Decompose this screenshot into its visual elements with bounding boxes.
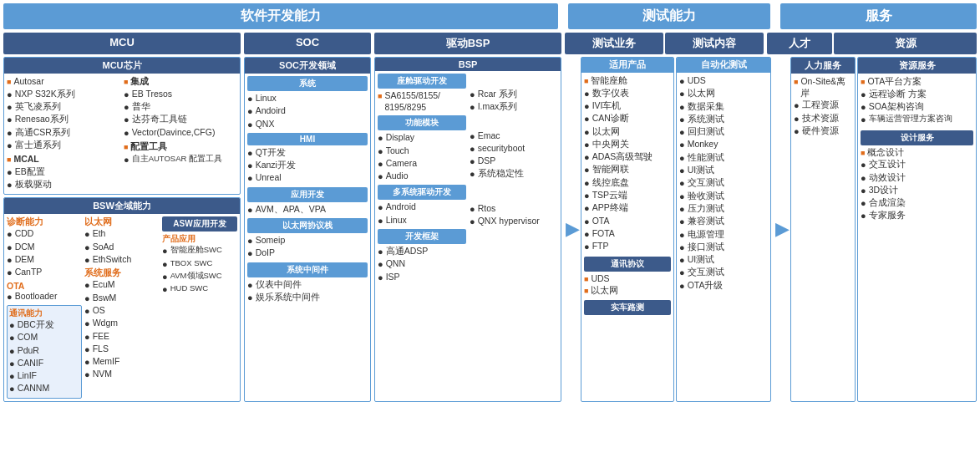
comm-header: 通讯能力 <box>9 308 79 319</box>
list-item: ●LinIF <box>9 370 79 382</box>
list-item: ●娱乐系统中间件 <box>247 292 368 303</box>
mcu-chip-header: MCU芯片 <box>4 58 240 74</box>
list-item: ●数据采集 <box>679 101 768 113</box>
list-item: ●DoIP <box>247 247 368 259</box>
list-item: ●MemIF <box>84 356 160 368</box>
comm-panel: 通讯能力 ●DBC开发 ●COM ●PduR ●CANIF ●LinIF ●CA… <box>7 305 82 399</box>
bsp-panel: BSP 座舱驱动开发 ■SA6155/8155/8195/8295 功能模块 ●… <box>374 57 561 402</box>
test-title: 测试能力 <box>568 3 770 29</box>
design-service-header: 设计服务 <box>861 130 973 145</box>
list-item: ●OTA <box>584 216 671 227</box>
list-item: ●COM <box>9 332 79 343</box>
bsw-content: 诊断能力 ●CDD ●DCM ●DEM ●CanTP OTA ●Bootload… <box>7 216 237 398</box>
list-item: ●Rtos <box>470 203 558 215</box>
list-item: ■On-Site&离岸 <box>794 76 852 99</box>
list-item: ●仪表中间件 <box>247 279 368 291</box>
config-group: ■配置工具 ●自主AUTOSAR 配置工具 <box>124 141 237 165</box>
list-item: ■配置工具 <box>124 141 237 153</box>
product-app-header: 产品应用 <box>162 233 237 245</box>
list-item: ●I.max系列 <box>470 101 558 113</box>
list-item: ●PduR <box>9 345 79 357</box>
list-item: ●Andoird <box>247 105 368 117</box>
test-content-subheader: 测试内容 <box>665 33 764 54</box>
mcu-chip-content: ■Autosar ●NXP S32K系列 ●英飞凌系列 ●Renesao系列 ●… <box>7 76 237 191</box>
list-item: ●AVM领域SWC <box>162 271 237 282</box>
list-item: ●Bootloader <box>7 291 82 303</box>
list-item: ■以太网 <box>584 285 671 297</box>
list-item: ●线控底盘 <box>584 177 671 189</box>
bsp-right-col: ●Rcar 系列 ●I.max系列 ●Emac ●securityboot ●D… <box>470 74 558 284</box>
list-item: ■UDS <box>584 273 671 285</box>
mcu-chip-list: ■Autosar ●NXP S32K系列 ●英飞凌系列 ●Renesao系列 ●… <box>7 76 120 191</box>
list-item: ●Display <box>378 132 466 144</box>
test-biz-subheader: 测试业务 <box>565 33 663 54</box>
list-item: ●NVM <box>84 369 160 380</box>
list-item: ●高通CSR系列 <box>7 127 120 139</box>
bsp-content: 座舱驱动开发 ■SA6155/8155/8195/8295 功能模块 ●Disp… <box>378 74 558 284</box>
list-item: ●EthSwitch <box>84 254 160 266</box>
list-item: ■概念设计 <box>861 147 973 159</box>
list-item: ●动效设计 <box>861 172 973 184</box>
list-item: ●HUD SWC <box>162 283 237 295</box>
service-title: 服务 <box>780 3 977 29</box>
soc-panel-header: SOC开发领域 <box>245 58 370 74</box>
eth-header: 以太网 <box>84 216 160 228</box>
list-item: ●UDS <box>679 75 768 87</box>
list-item: ●UI测试 <box>679 254 768 266</box>
talent-panel: 人力服务 ■On-Site&离岸 ●工程资源 ●技术资源 ●硬件资源 <box>790 57 856 402</box>
list-item: ●BswM <box>84 293 160 304</box>
list-item: ●远程诊断 方案 <box>861 89 973 100</box>
list-item: ●兼容测试 <box>679 216 768 227</box>
list-item: ●Linux <box>378 215 466 226</box>
list-item: ●EB Tresos <box>124 89 237 100</box>
test-content-panel-header: 自动化测试 <box>677 58 770 73</box>
list-item: ●SOA架构咨询 <box>861 101 973 113</box>
soc-middleware-header: 系统中间件 <box>247 262 368 277</box>
list-item: ●智能网联 <box>584 164 671 176</box>
real-car-header: 实车路测 <box>584 300 671 315</box>
test-biz-panel: 适用产品 ■智能座舱 ●数字仪表 ●IVI车机 ●CAN诊断 ●以太网 ●中央网… <box>581 57 674 402</box>
list-item: ●英飞凌系列 <box>7 101 120 113</box>
list-item: ●CANNM <box>9 383 79 394</box>
list-item: ●验收测试 <box>679 191 768 202</box>
list-item: ●普华 <box>124 101 237 113</box>
list-item: ●Audio <box>378 170 466 182</box>
content-row: MCU芯片 ■Autosar ●NXP S32K系列 ●英飞凌系列 ●Renes… <box>3 57 977 402</box>
soc-hmi-header: HMI <box>247 133 368 145</box>
list-item: ●Rcar 系列 <box>470 89 558 100</box>
list-item: ●回归测试 <box>679 126 768 138</box>
list-item: ●Eth <box>84 228 160 240</box>
bsp-multisys-header: 多系统驱动开发 <box>378 185 466 200</box>
bsw-col2: 以太网 ●Eth ●SoAd ●EthSwitch 系统服务 ●EcuM ●Bs… <box>84 216 160 398</box>
bsw-header: BSW全域能力 <box>4 198 240 214</box>
list-item: ●板载驱动 <box>7 179 120 191</box>
list-item: ●工程资源 <box>794 99 852 111</box>
list-item: ●中央网关 <box>584 139 671 150</box>
list-item: ●富士通系列 <box>7 140 120 151</box>
list-item: ●AVM、APA、VPA <box>247 204 368 216</box>
list-item: ●接口测试 <box>679 242 768 253</box>
list-item: ●Touch <box>378 145 466 157</box>
arrow-right-2: ▶ <box>774 57 790 402</box>
list-item: ●FEE <box>84 331 160 343</box>
bsp-subheader: 驱动BSP <box>374 33 561 54</box>
list-item: ●FOTA <box>584 228 671 240</box>
soc-app-header: 应用开发 <box>247 187 368 202</box>
bsp-right-multi-items: ●Rtos ●QNX hypervisor <box>470 203 558 228</box>
list-item: ●Monkey <box>679 139 768 150</box>
list-item: ●ISP <box>378 272 466 283</box>
arrow-right: ▶ <box>565 57 581 402</box>
list-item: ●FLS <box>84 343 160 355</box>
list-item: ●DBC开发 <box>9 319 79 331</box>
list-item: ●合成渲染 <box>861 197 973 209</box>
list-item: ●DSP <box>470 155 558 167</box>
list-item: ●Emac <box>470 130 558 142</box>
test-biz-panel-header: 适用产品 <box>581 58 673 73</box>
bsp-framework-header: 开发框架 <box>378 229 466 244</box>
list-item: ●Vector(Davince,CFG) <box>124 127 237 139</box>
main-container: 软件开发能力 测试能力 服务 MCU SOC 驱动BSP 测试业务 测试内容 人… <box>0 0 980 405</box>
list-item: ●Renesao系列 <box>7 114 120 125</box>
list-item: ●TSP云端 <box>584 190 671 201</box>
list-item: ■智能座舱 <box>584 75 671 87</box>
list-item: ●性能测试 <box>679 152 768 164</box>
